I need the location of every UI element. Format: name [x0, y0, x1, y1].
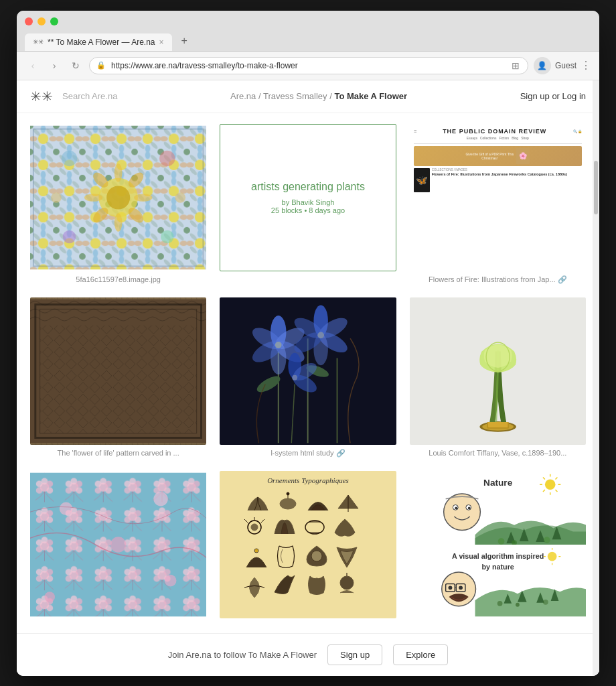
svg-point-172	[547, 551, 556, 561]
content-grid: 5fa16c11597e8.image.jpg artists generati…	[17, 113, 599, 633]
scrollbar[interactable]	[593, 80, 599, 676]
svg-point-169	[497, 600, 502, 606]
browser-window: ✳✳ ** To Make A Flower — Are.na × + ‹ › …	[17, 11, 599, 676]
channel-info: 25 blocks • 8 days ago	[271, 206, 345, 214]
active-tab[interactable]: ✳✳ ** To Make A Flower — Are.na ×	[25, 33, 172, 51]
algorithm-image[interactable]: Nature	[410, 471, 586, 618]
blue-flowers-image[interactable]	[220, 297, 396, 445]
address-bar[interactable]: 🔒 https://www.are.na/travess-smalley/to-…	[89, 57, 528, 74]
logo-icon: ✳✳	[30, 88, 53, 105]
svg-point-30	[175, 192, 186, 203]
item-label: Flowers of Fire: Illustrations from Jap.…	[410, 275, 586, 284]
svg-point-154	[512, 540, 517, 545]
svg-point-29	[51, 192, 62, 203]
grid-icon: ⊞	[512, 60, 520, 71]
svg-point-164	[459, 586, 463, 590]
list-item: artists generating plants by Bhavik Sing…	[220, 124, 396, 284]
breadcrumb-channel: To Make A Flower	[334, 91, 407, 101]
list-item: ☰ THE PUBLIC DOMAIN REVIEW 🔍 🔒 EssaysCol…	[410, 124, 586, 284]
refresh-button[interactable]: ↻	[68, 58, 84, 74]
svg-point-130	[311, 551, 322, 561]
search-area[interactable]: ✳✳ Search Are.na	[30, 88, 117, 105]
svg-line-127	[261, 519, 264, 523]
list-item: Nature	[410, 471, 586, 622]
list-item	[30, 471, 206, 622]
list-item: l-system html study 🔗	[220, 297, 396, 458]
pdr-image[interactable]: ☰ THE PUBLIC DOMAIN REVIEW 🔍 🔒 EssaysCol…	[410, 124, 586, 271]
svg-point-155	[544, 537, 550, 543]
svg-point-116	[165, 574, 177, 586]
channel-block[interactable]: artists generating plants by Bhavik Sing…	[220, 124, 396, 271]
signup-link[interactable]: Sign up	[520, 91, 550, 101]
svg-point-135	[545, 479, 556, 490]
close-button[interactable]	[25, 17, 33, 25]
breadcrumb-user[interactable]: Travess Smalley	[263, 91, 327, 101]
svg-point-144	[443, 493, 480, 530]
minimize-button[interactable]	[37, 17, 46, 25]
forward-button[interactable]: ›	[46, 58, 62, 74]
svg-point-148	[467, 506, 470, 509]
carved-image[interactable]	[30, 297, 206, 445]
profile-button[interactable]: 👤	[534, 57, 551, 74]
footer-text: Join Are.na to follow To Make A Flower	[168, 650, 317, 660]
svg-point-121	[287, 492, 289, 495]
svg-text:by nature: by nature	[481, 563, 514, 571]
svg-point-124	[251, 524, 258, 531]
svg-point-171	[543, 599, 548, 604]
url-text: https://www.are.na/travess-smalley/to-ma…	[111, 61, 298, 70]
back-button[interactable]: ‹	[25, 58, 41, 74]
menu-button[interactable]: ⋮	[581, 59, 591, 72]
list-item: The 'flower of life' pattern carved in .…	[30, 297, 206, 458]
maximize-button[interactable]	[50, 17, 58, 25]
svg-point-163	[448, 586, 452, 590]
textile-image[interactable]	[30, 124, 206, 271]
channel-by: by Bhavik Singh	[282, 198, 335, 206]
svg-point-27	[63, 230, 76, 243]
svg-point-117	[153, 492, 167, 506]
ornaments-image[interactable]: Ornements Typographiques	[220, 471, 396, 618]
footer-bar: Join Are.na to follow To Make A Flower S…	[17, 633, 599, 676]
item-label: The 'flower of life' pattern carved in .…	[30, 449, 206, 457]
svg-point-114	[110, 537, 126, 552]
list-item: Louis Comfort Tiffany, Vase, c.1898–190.…	[410, 297, 586, 458]
svg-point-119	[280, 498, 296, 509]
svg-point-18	[114, 213, 123, 231]
title-bar: ✳✳ ** To Make A Flower — Are.na × +	[17, 11, 599, 52]
footer-signup-button[interactable]: Sign up	[327, 644, 382, 665]
auth-or: or	[552, 91, 560, 101]
svg-point-115	[60, 502, 73, 515]
item-label: 5fa16c11597e8.image.jpg	[30, 275, 206, 283]
lock-icon: 🔒	[96, 61, 106, 70]
search-label: Search Are.na	[62, 91, 117, 101]
svg-rect-105	[488, 422, 508, 427]
svg-point-16	[106, 186, 130, 209]
login-link[interactable]: Log in	[562, 91, 586, 101]
item-label: Louis Comfort Tiffany, Vase, c.1898–190.…	[410, 449, 586, 457]
japanese-fabric-image[interactable]	[30, 471, 206, 618]
guest-label: Guest	[555, 61, 576, 70]
svg-point-170	[516, 602, 520, 606]
svg-point-19	[84, 194, 102, 202]
ornaments-title: Ornements Typographiques	[267, 476, 349, 484]
svg-point-95	[318, 332, 325, 338]
item-label: l-system html study 🔗	[220, 449, 396, 458]
svg-point-129	[254, 549, 258, 553]
svg-point-28	[161, 230, 174, 243]
vase-image[interactable]	[410, 297, 586, 445]
svg-point-88	[275, 342, 282, 348]
tab-favicon: ✳✳	[33, 38, 44, 46]
svg-rect-71	[30, 299, 206, 322]
svg-point-153	[497, 538, 504, 545]
scrollbar-thumb[interactable]	[594, 161, 598, 214]
new-tab-button[interactable]: +	[175, 31, 194, 51]
svg-rect-72	[40, 325, 197, 433]
breadcrumb-sep1: /	[258, 91, 263, 101]
breadcrumb-root[interactable]: Are.na	[230, 91, 256, 101]
svg-point-131	[340, 576, 354, 590]
tab-close-icon[interactable]: ×	[159, 38, 164, 47]
svg-text:Nature: Nature	[483, 478, 513, 488]
footer-explore-button[interactable]: Explore	[393, 644, 448, 665]
svg-text:A visual algorithm inspired: A visual algorithm inspired	[452, 552, 544, 560]
channel-title: artists generating plants	[251, 181, 365, 193]
page-content: ✳✳ Search Are.na Are.na / Travess Smalle…	[17, 80, 599, 676]
